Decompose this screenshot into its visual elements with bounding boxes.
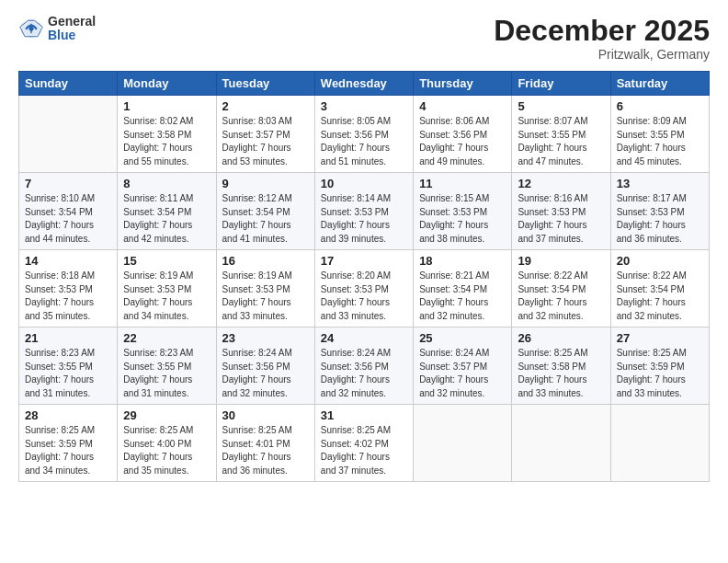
day-number: 11 bbox=[419, 177, 506, 190]
calendar-header-row: Sunday Monday Tuesday Wednesday Thursday… bbox=[19, 72, 710, 96]
table-row bbox=[512, 405, 610, 482]
cell-info: Sunrise: 8:19 AM Sunset: 3:53 PM Dayligh… bbox=[123, 270, 210, 323]
table-row: 9 Sunrise: 8:12 AM Sunset: 3:54 PM Dayli… bbox=[216, 173, 314, 250]
table-row: 28 Sunrise: 8:25 AM Sunset: 3:59 PM Dayl… bbox=[19, 405, 118, 482]
cell-info: Sunrise: 8:25 AM Sunset: 3:59 PM Dayligh… bbox=[617, 347, 703, 400]
day-number: 22 bbox=[123, 331, 210, 345]
logo-blue-label: Blue bbox=[48, 29, 96, 42]
cell-info: Sunrise: 8:22 AM Sunset: 3:54 PM Dayligh… bbox=[518, 270, 604, 323]
table-row: 31 Sunrise: 8:25 AM Sunset: 4:02 PM Dayl… bbox=[314, 405, 413, 482]
cell-info: Sunrise: 8:25 AM Sunset: 4:02 PM Dayligh… bbox=[321, 424, 407, 477]
day-number: 1 bbox=[123, 99, 210, 113]
table-row: 22 Sunrise: 8:23 AM Sunset: 3:55 PM Dayl… bbox=[118, 327, 216, 405]
cell-info: Sunrise: 8:11 AM Sunset: 3:54 PM Dayligh… bbox=[123, 192, 210, 246]
cell-info: Sunrise: 8:05 AM Sunset: 3:56 PM Dayligh… bbox=[321, 115, 407, 168]
header-saturday: Saturday bbox=[610, 72, 709, 96]
day-number: 25 bbox=[419, 331, 506, 345]
page: General Blue December 2025 Pritzwalk, Ge… bbox=[0, 0, 728, 563]
table-row bbox=[19, 96, 118, 173]
day-number: 13 bbox=[617, 177, 703, 190]
day-number: 30 bbox=[222, 408, 309, 422]
cell-info: Sunrise: 8:23 AM Sunset: 3:55 PM Dayligh… bbox=[25, 347, 111, 400]
table-row: 30 Sunrise: 8:25 AM Sunset: 4:01 PM Dayl… bbox=[216, 405, 314, 482]
table-row: 27 Sunrise: 8:25 AM Sunset: 3:59 PM Dayl… bbox=[610, 327, 709, 405]
cell-info: Sunrise: 8:23 AM Sunset: 3:55 PM Dayligh… bbox=[123, 347, 210, 400]
day-number: 17 bbox=[321, 254, 407, 268]
cell-info: Sunrise: 8:25 AM Sunset: 4:01 PM Dayligh… bbox=[222, 424, 309, 477]
table-row: 7 Sunrise: 8:10 AM Sunset: 3:54 PM Dayli… bbox=[19, 173, 118, 250]
day-number: 29 bbox=[123, 408, 210, 422]
header-friday: Friday bbox=[512, 72, 610, 96]
day-number: 26 bbox=[518, 331, 604, 345]
header-thursday: Thursday bbox=[414, 72, 512, 96]
header: General Blue December 2025 Pritzwalk, Ge… bbox=[18, 15, 710, 62]
cell-info: Sunrise: 8:25 AM Sunset: 4:00 PM Dayligh… bbox=[123, 424, 210, 477]
cell-info: Sunrise: 8:14 AM Sunset: 3:53 PM Dayligh… bbox=[321, 192, 407, 246]
cell-info: Sunrise: 8:24 AM Sunset: 3:56 PM Dayligh… bbox=[222, 347, 309, 400]
cell-info: Sunrise: 8:21 AM Sunset: 3:54 PM Dayligh… bbox=[419, 270, 506, 323]
cell-info: Sunrise: 8:03 AM Sunset: 3:57 PM Dayligh… bbox=[222, 115, 309, 168]
cell-info: Sunrise: 8:19 AM Sunset: 3:53 PM Dayligh… bbox=[222, 270, 309, 323]
cell-info: Sunrise: 8:17 AM Sunset: 3:53 PM Dayligh… bbox=[617, 192, 703, 246]
table-row: 8 Sunrise: 8:11 AM Sunset: 3:54 PM Dayli… bbox=[118, 173, 216, 250]
day-number: 12 bbox=[518, 177, 604, 190]
table-row: 6 Sunrise: 8:09 AM Sunset: 3:55 PM Dayli… bbox=[610, 96, 709, 173]
day-number: 28 bbox=[25, 408, 111, 422]
logo-icon bbox=[18, 16, 44, 41]
table-row: 18 Sunrise: 8:21 AM Sunset: 3:54 PM Dayl… bbox=[414, 250, 512, 327]
cell-info: Sunrise: 8:15 AM Sunset: 3:53 PM Dayligh… bbox=[419, 192, 506, 246]
table-row: 17 Sunrise: 8:20 AM Sunset: 3:53 PM Dayl… bbox=[314, 250, 413, 327]
day-number: 15 bbox=[123, 254, 210, 268]
svg-point-2 bbox=[28, 27, 33, 31]
header-wednesday: Wednesday bbox=[314, 72, 413, 96]
month-title: December 2025 bbox=[494, 15, 710, 47]
calendar-week-row: 1 Sunrise: 8:02 AM Sunset: 3:58 PM Dayli… bbox=[19, 96, 710, 173]
table-row: 14 Sunrise: 8:18 AM Sunset: 3:53 PM Dayl… bbox=[19, 250, 118, 327]
calendar-table: Sunday Monday Tuesday Wednesday Thursday… bbox=[18, 71, 710, 482]
calendar-week-row: 14 Sunrise: 8:18 AM Sunset: 3:53 PM Dayl… bbox=[19, 250, 710, 327]
day-number: 18 bbox=[419, 254, 506, 268]
table-row: 21 Sunrise: 8:23 AM Sunset: 3:55 PM Dayl… bbox=[19, 327, 118, 405]
cell-info: Sunrise: 8:09 AM Sunset: 3:55 PM Dayligh… bbox=[617, 115, 703, 168]
day-number: 20 bbox=[617, 254, 703, 268]
table-row: 23 Sunrise: 8:24 AM Sunset: 3:56 PM Dayl… bbox=[216, 327, 314, 405]
table-row: 19 Sunrise: 8:22 AM Sunset: 3:54 PM Dayl… bbox=[512, 250, 610, 327]
day-number: 23 bbox=[222, 331, 309, 345]
cell-info: Sunrise: 8:24 AM Sunset: 3:56 PM Dayligh… bbox=[321, 347, 407, 400]
day-number: 6 bbox=[617, 99, 703, 113]
table-row bbox=[610, 405, 709, 482]
cell-info: Sunrise: 8:16 AM Sunset: 3:53 PM Dayligh… bbox=[518, 192, 604, 246]
day-number: 10 bbox=[321, 177, 407, 190]
calendar-week-row: 28 Sunrise: 8:25 AM Sunset: 3:59 PM Dayl… bbox=[19, 405, 710, 482]
table-row: 4 Sunrise: 8:06 AM Sunset: 3:56 PM Dayli… bbox=[414, 96, 512, 173]
table-row: 3 Sunrise: 8:05 AM Sunset: 3:56 PM Dayli… bbox=[314, 96, 413, 173]
table-row: 25 Sunrise: 8:24 AM Sunset: 3:57 PM Dayl… bbox=[414, 327, 512, 405]
logo-text: General Blue bbox=[48, 15, 96, 43]
table-row: 5 Sunrise: 8:07 AM Sunset: 3:55 PM Dayli… bbox=[512, 96, 610, 173]
header-tuesday: Tuesday bbox=[216, 72, 314, 96]
cell-info: Sunrise: 8:02 AM Sunset: 3:58 PM Dayligh… bbox=[123, 115, 210, 168]
calendar-week-row: 21 Sunrise: 8:23 AM Sunset: 3:55 PM Dayl… bbox=[19, 327, 710, 405]
location-subtitle: Pritzwalk, Germany bbox=[494, 47, 710, 62]
day-number: 24 bbox=[321, 331, 407, 345]
table-row: 12 Sunrise: 8:16 AM Sunset: 3:53 PM Dayl… bbox=[512, 173, 610, 250]
cell-info: Sunrise: 8:06 AM Sunset: 3:56 PM Dayligh… bbox=[419, 115, 506, 168]
day-number: 2 bbox=[222, 99, 309, 113]
table-row: 10 Sunrise: 8:14 AM Sunset: 3:53 PM Dayl… bbox=[314, 173, 413, 250]
day-number: 5 bbox=[518, 99, 604, 113]
logo-general-label: General bbox=[48, 15, 96, 29]
table-row: 15 Sunrise: 8:19 AM Sunset: 3:53 PM Dayl… bbox=[118, 250, 216, 327]
calendar-week-row: 7 Sunrise: 8:10 AM Sunset: 3:54 PM Dayli… bbox=[19, 173, 710, 250]
day-number: 31 bbox=[321, 408, 407, 422]
header-sunday: Sunday bbox=[19, 72, 118, 96]
cell-info: Sunrise: 8:10 AM Sunset: 3:54 PM Dayligh… bbox=[25, 192, 111, 246]
day-number: 9 bbox=[222, 177, 309, 190]
table-row: 16 Sunrise: 8:19 AM Sunset: 3:53 PM Dayl… bbox=[216, 250, 314, 327]
day-number: 8 bbox=[123, 177, 210, 190]
day-number: 27 bbox=[617, 331, 703, 345]
day-number: 14 bbox=[25, 254, 111, 268]
table-row: 13 Sunrise: 8:17 AM Sunset: 3:53 PM Dayl… bbox=[610, 173, 709, 250]
cell-info: Sunrise: 8:24 AM Sunset: 3:57 PM Dayligh… bbox=[419, 347, 506, 400]
table-row: 26 Sunrise: 8:25 AM Sunset: 3:58 PM Dayl… bbox=[512, 327, 610, 405]
table-row: 1 Sunrise: 8:02 AM Sunset: 3:58 PM Dayli… bbox=[118, 96, 216, 173]
